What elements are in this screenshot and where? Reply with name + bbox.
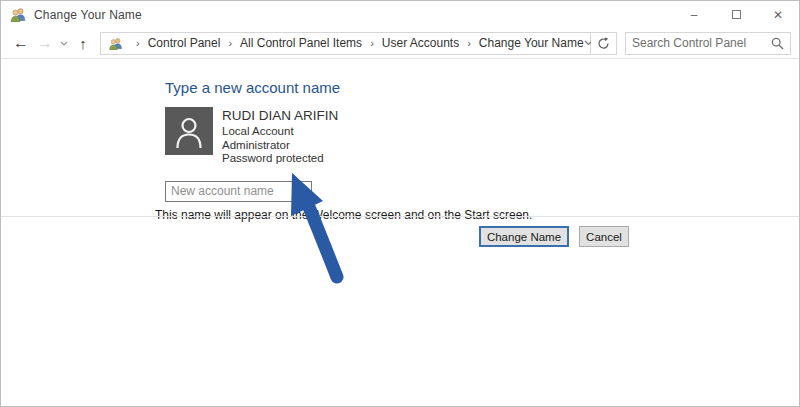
breadcrumb-control-panel[interactable]: Control Panel [148, 36, 221, 50]
navigation-bar: ← → ↑ › Control Panel › All Control Pane… [1, 28, 799, 59]
refresh-icon [597, 37, 610, 50]
user-accounts-icon [10, 7, 27, 22]
titlebar: Change Your Name – ✕ [1, 1, 799, 28]
breadcrumb-change-your-name[interactable]: Change Your Name [479, 36, 584, 50]
breadcrumb-separator: › [467, 37, 471, 49]
cancel-button[interactable]: Cancel [579, 226, 629, 247]
breadcrumb-all-control-panel-items[interactable]: All Control Panel Items [240, 36, 362, 50]
breadcrumb-separator: › [228, 37, 232, 49]
minimize-button[interactable]: – [673, 1, 715, 28]
close-button[interactable]: ✕ [757, 1, 799, 28]
action-buttons: Change Name Cancel [479, 226, 629, 247]
account-summary: RUDI DIAN ARIFIN Local Account Administr… [165, 107, 799, 166]
user-avatar [165, 107, 213, 155]
new-account-name-input[interactable] [165, 181, 312, 202]
breadcrumb-separator: › [136, 37, 140, 49]
maximize-button[interactable] [715, 1, 757, 28]
window-title: Change Your Name [34, 8, 142, 22]
main-content: Type a new account name RUDI DIAN ARIFIN… [1, 79, 799, 222]
recent-pages-chevron-icon[interactable] [57, 41, 71, 46]
window-controls: – ✕ [673, 1, 799, 28]
search-input[interactable] [632, 36, 771, 50]
name-change-description: This name will appear on the Welcome scr… [155, 208, 799, 222]
account-type: Local Account [222, 125, 338, 139]
account-name: RUDI DIAN ARIFIN [222, 108, 338, 123]
maximize-icon [732, 10, 741, 19]
account-details: RUDI DIAN ARIFIN Local Account Administr… [222, 107, 338, 166]
search-box [625, 32, 791, 55]
forward-button[interactable]: → [33, 34, 57, 52]
breadcrumb-separator: › [370, 37, 374, 49]
account-protection: Password protected [222, 152, 338, 166]
breadcrumb-user-accounts-icon [108, 37, 124, 50]
section-divider [1, 216, 799, 217]
search-icon[interactable] [771, 37, 784, 50]
address-bar[interactable]: › Control Panel › All Control Panel Item… [100, 32, 591, 55]
breadcrumb-user-accounts[interactable]: User Accounts [382, 36, 459, 50]
page-title: Type a new account name [165, 79, 799, 96]
refresh-button[interactable] [591, 32, 617, 55]
change-name-button[interactable]: Change Name [479, 226, 569, 247]
change-your-name-window: Change Your Name – ✕ ← → ↑ › Control Pan… [0, 0, 800, 407]
up-button[interactable]: ↑ [71, 35, 95, 52]
account-role: Administrator [222, 139, 338, 153]
back-button[interactable]: ← [9, 34, 33, 52]
